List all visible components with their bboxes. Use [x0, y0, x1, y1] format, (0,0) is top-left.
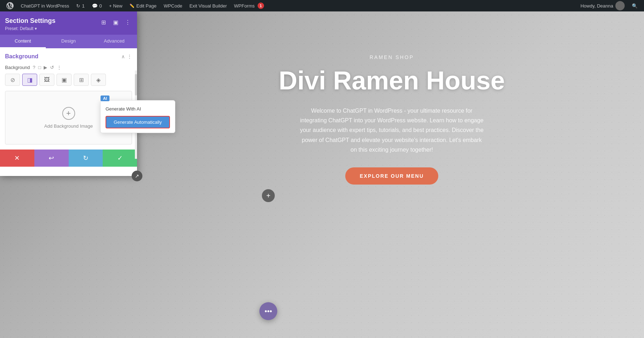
undo-button[interactable]: ↩	[34, 150, 69, 167]
generate-with-ai-option[interactable]: Generate With AI	[101, 103, 175, 114]
wpcode-button[interactable]: WPCode	[160, 0, 186, 11]
bg-image-icon[interactable]: 🖼	[39, 74, 54, 86]
howdy-text: Howdy, Deanna	[577, 1, 628, 10]
admin-bar-right: Howdy, Deanna 🔍	[577, 0, 641, 11]
bg-mask-icon[interactable]: ◈	[91, 74, 106, 86]
scrollbar-thumb	[135, 74, 137, 95]
bg-more-icon[interactable]: ⋮	[57, 65, 62, 70]
ai-dropdown: AI Generate With AI Generate Automatical…	[100, 100, 175, 133]
floating-menu-button[interactable]: •••	[259, 302, 277, 320]
redo-button[interactable]: ↻	[69, 150, 103, 167]
upload-label: Add Background Image	[44, 123, 93, 129]
panel-title-group: Section Settings Preset: Default ▾	[5, 17, 55, 31]
avatar	[615, 1, 625, 10]
wp-logo[interactable]	[3, 0, 17, 11]
cancel-button[interactable]: ✕	[0, 150, 34, 167]
background-type-icons: ⊘ ◨ 🖼 ▣ ⊞ ◈	[5, 74, 132, 86]
panel-tabs: Content Design Advanced	[0, 35, 137, 48]
search-button[interactable]: 🔍	[628, 0, 641, 11]
bg-pattern-icon[interactable]: ⊞	[74, 74, 89, 86]
collapse-icon[interactable]: ∧	[121, 54, 125, 59]
section-settings-panel: Section Settings Preset: Default ▾ ⊞ ▣ ⋮…	[0, 11, 137, 176]
new-button[interactable]: + New	[106, 0, 126, 11]
generate-automatically-button[interactable]: Generate Automatically	[106, 116, 170, 128]
layout-icon[interactable]: ▣	[111, 18, 120, 26]
panel-title: Section Settings	[5, 17, 55, 25]
tab-design[interactable]: Design	[46, 35, 92, 48]
section-more-icon[interactable]: ⋮	[127, 54, 132, 59]
tab-content[interactable]: Content	[0, 35, 46, 48]
panel-body: Background ∧ ⋮ Background ? □ ▶ ↺ ⋮ ⊘ ◨ …	[0, 48, 137, 150]
section-header-icons: ∧ ⋮	[121, 54, 132, 59]
arrow-right-icon[interactable]: ▶	[44, 65, 47, 70]
wpforms-badge: 1	[258, 3, 264, 9]
resize-handle[interactable]: ↗	[132, 171, 142, 181]
upload-plus-icon: +	[62, 107, 75, 120]
background-row: Background ? □ ▶ ↺ ⋮	[5, 65, 132, 70]
confirm-button[interactable]: ✓	[103, 150, 137, 167]
device-icon[interactable]: □	[38, 65, 41, 70]
help-icon[interactable]: ?	[33, 65, 35, 70]
undo-small-icon[interactable]: ↺	[50, 65, 54, 70]
more-options-icon[interactable]: ⋮	[123, 18, 132, 26]
background-title: Background	[5, 53, 38, 60]
bg-color-icon[interactable]: ◨	[22, 74, 37, 86]
background-section-header: Background ∧ ⋮	[5, 53, 132, 60]
messages-counter[interactable]: 💬 0	[88, 0, 106, 11]
fullscreen-icon[interactable]: ⊞	[99, 18, 108, 26]
edit-page-button[interactable]: ✏️ Edit Page	[126, 0, 160, 11]
explore-menu-button[interactable]: EXPLORE OUR MENU	[345, 167, 438, 185]
add-section-button[interactable]: +	[262, 189, 275, 202]
bg-none-icon[interactable]: ⊘	[5, 74, 20, 86]
ai-badge: AI	[101, 95, 109, 101]
admin-bar: ChatGPT in WordPress ↻ 1 💬 0 + New ✏️ Ed…	[0, 0, 644, 11]
panel-preset[interactable]: Preset: Default ▾	[5, 26, 55, 31]
hero-description: Welcome to ChatGPT in WordPress - your u…	[299, 106, 485, 155]
dots-icon: •••	[264, 307, 272, 315]
panel-footer: ✕ ↩ ↻ ✓	[0, 150, 137, 167]
panel-header: Section Settings Preset: Default ▾ ⊞ ▣ ⋮	[0, 11, 137, 35]
exit-builder-button[interactable]: Exit Visual Builder	[186, 0, 230, 11]
panel-header-icons: ⊞ ▣ ⋮	[99, 18, 132, 26]
wpforms-button[interactable]: WPForms 1	[230, 0, 268, 11]
site-name[interactable]: ChatGPT in WordPress	[17, 0, 73, 11]
tab-advanced[interactable]: Advanced	[91, 35, 137, 48]
bg-video-icon[interactable]: ▣	[57, 74, 72, 86]
comments-counter[interactable]: ↻ 1	[73, 0, 88, 11]
hero-section: RAMEN SHOP Divi Ramen House Welcome to C…	[140, 11, 644, 338]
background-label: Background	[5, 65, 30, 70]
hero-subtitle: RAMEN SHOP	[370, 54, 414, 60]
hero-title: Divi Ramen House	[279, 66, 505, 95]
